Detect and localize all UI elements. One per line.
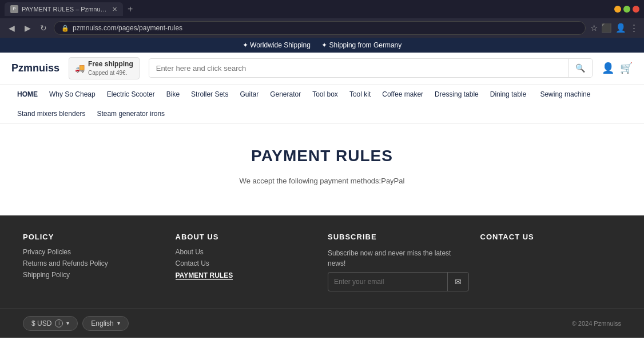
nav-dot: ·: [527, 91, 528, 97]
page-description: We accept the following payment methods:…: [11, 177, 633, 185]
nav-stroller-sets[interactable]: Stroller Sets: [185, 85, 234, 104]
footer-bottom-left: $ USD i ▾ English ▾: [23, 316, 129, 331]
contact-us-link[interactable]: Contact Us: [176, 259, 317, 267]
language-label: English: [91, 319, 113, 327]
browser-chrome: P PAYMENT RULES – Pzmnuiss ✕ + ◀ ▶ ↻ 🔒 p…: [0, 0, 644, 38]
nav-tool-box[interactable]: Tool box: [307, 85, 344, 104]
shipping-sub: Capped at 49€.: [88, 69, 133, 77]
shipping-policy-link[interactable]: Shipping Policy: [23, 271, 164, 279]
about-title: About us: [176, 233, 317, 241]
logo[interactable]: Pzmnuiss: [11, 62, 59, 74]
address-bar[interactable]: 🔒 pzmnuiss.com/pages/payment-rules: [54, 21, 586, 35]
email-form[interactable]: ✉: [328, 272, 469, 291]
search-icon: 🔍: [575, 63, 585, 73]
footer-about-col: About us About Us Contact Us PAYMENT RUL…: [176, 233, 317, 291]
new-tab-button[interactable]: +: [128, 4, 133, 14]
language-selector[interactable]: English ▾: [82, 316, 128, 331]
cart-icon[interactable]: 🛒: [620, 62, 633, 74]
currency-info-icon: i: [55, 319, 63, 327]
currency-chevron-icon: ▾: [66, 320, 69, 326]
nav-electric-scooter[interactable]: Electric Scooter: [101, 85, 161, 104]
nav-guitar[interactable]: Guitar: [234, 85, 264, 104]
nav-dining-table[interactable]: Dining table ·: [484, 85, 535, 104]
nav-stand-mixers[interactable]: Stand mixers blenders: [11, 104, 91, 123]
logo-area: Pzmnuiss: [11, 62, 59, 74]
account-icon[interactable]: 👤: [602, 62, 614, 74]
nav-sewing-machine[interactable]: Sewing machine: [534, 85, 596, 104]
shipping-badge: 🚚 Free shipping Capped at 49€.: [69, 57, 140, 79]
email-submit-button[interactable]: ✉: [447, 273, 468, 291]
footer-policy-col: Policy Privacy Policies Returns and Refu…: [23, 233, 164, 291]
email-input[interactable]: [328, 273, 447, 291]
language-chevron-icon: ▾: [117, 320, 120, 326]
privacy-policies-link[interactable]: Privacy Policies: [23, 248, 164, 256]
navigation: HOME Why So Cheap Electric Scooter Bike …: [0, 85, 644, 124]
footer: Policy Privacy Policies Returns and Refu…: [0, 215, 644, 309]
main-content: PAYMENT RULES We accept the following pa…: [0, 124, 644, 215]
nav-dressing-table[interactable]: Dressing table: [429, 85, 484, 104]
maximize-button[interactable]: [623, 6, 630, 13]
nav-steam-generator[interactable]: Steam generator irons: [91, 104, 170, 123]
url-text: pzmnuiss.com/pages/payment-rules: [73, 24, 578, 32]
shipping-label: Free shipping: [88, 60, 133, 69]
search-input[interactable]: [149, 59, 568, 77]
announcement-text2: ✦ Shipping from Germany: [321, 41, 401, 49]
back-button[interactable]: ◀: [6, 22, 17, 34]
search-button[interactable]: 🔍: [568, 59, 592, 77]
currency-label: $ USD: [31, 319, 51, 327]
currency-selector[interactable]: $ USD i ▾: [23, 316, 78, 331]
footer-bottom: $ USD i ▾ English ▾ © 2024 Pzmnuiss: [0, 309, 644, 338]
nav-bike[interactable]: Bike: [161, 85, 185, 104]
nav-tool-kit[interactable]: Tool kit: [344, 85, 376, 104]
nav-why-so-cheap[interactable]: Why So Cheap: [43, 85, 101, 104]
nav-coffee-maker[interactable]: Coffee maker: [376, 85, 429, 104]
menu-icon[interactable]: ⋮: [630, 23, 638, 33]
extensions-icon[interactable]: ⬛: [601, 23, 612, 33]
website: ✦ Worldwide Shipping ✦ Shipping from Ger…: [0, 38, 644, 338]
copyright: © 2024 Pzmnuiss: [572, 320, 621, 327]
tab-title: PAYMENT RULES – Pzmnuiss: [22, 6, 108, 13]
forward-button[interactable]: ▶: [22, 22, 33, 34]
window-controls: [614, 6, 639, 13]
header: Pzmnuiss 🚚 Free shipping Capped at 49€. …: [0, 53, 644, 85]
returns-policy-link[interactable]: Returns and Refunds Policy: [23, 259, 164, 267]
tab-close-icon[interactable]: ✕: [112, 6, 117, 13]
subscribe-title: Subscribe: [328, 233, 469, 241]
close-button[interactable]: [633, 6, 639, 13]
bookmark-icon[interactable]: ☆: [590, 23, 598, 33]
footer-grid: Policy Privacy Policies Returns and Refu…: [23, 233, 621, 291]
minimize-button[interactable]: [614, 6, 621, 13]
announcement-bar: ✦ Worldwide Shipping ✦ Shipping from Ger…: [0, 38, 644, 53]
tab-favicon: P: [10, 5, 18, 13]
payment-rules-link[interactable]: PAYMENT RULES: [176, 271, 233, 280]
nav-home[interactable]: HOME: [11, 85, 43, 104]
contact-title: CONTACT US: [480, 233, 622, 241]
reload-button[interactable]: ↻: [38, 22, 49, 34]
header-icons: 👤 🛒: [602, 62, 633, 74]
footer-contact-col: CONTACT US: [480, 233, 622, 291]
send-icon: ✉: [455, 277, 462, 286]
policy-title: Policy: [23, 233, 164, 241]
about-us-link[interactable]: About Us: [176, 248, 317, 256]
nav-generator[interactable]: Generator: [264, 85, 307, 104]
subscribe-desc: Subscribe now and never miss the latest …: [328, 248, 469, 269]
browser-actions: ☆ ⬛ 👤 ⋮: [590, 23, 638, 33]
search-bar[interactable]: 🔍: [149, 58, 593, 78]
profile-icon[interactable]: 👤: [615, 23, 626, 33]
truck-icon: 🚚: [75, 63, 85, 73]
lock-icon: 🔒: [61, 25, 69, 32]
page-title: PAYMENT RULES: [11, 147, 633, 165]
footer-subscribe-col: Subscribe Subscribe now and never miss t…: [328, 233, 469, 291]
announcement-text1: ✦ Worldwide Shipping: [243, 41, 311, 49]
